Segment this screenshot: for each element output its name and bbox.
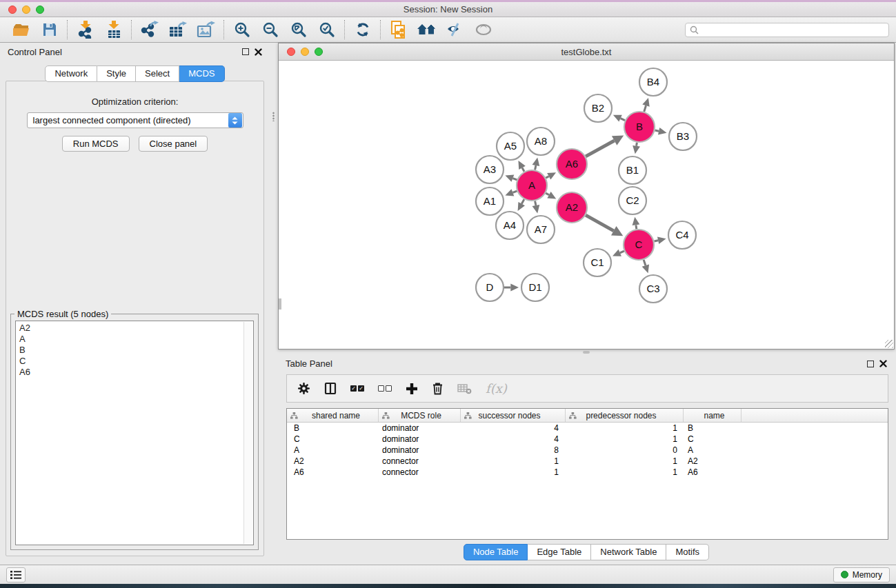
- tab-network[interactable]: Network: [45, 65, 97, 82]
- table-cell[interactable]: 1: [461, 467, 566, 477]
- export-image-button[interactable]: [192, 19, 220, 41]
- table-cell[interactable]: A: [287, 445, 379, 455]
- table-cell[interactable]: dominator: [379, 445, 461, 455]
- mcds-result-item[interactable]: A6: [19, 367, 253, 378]
- criterion-select[interactable]: largest connected component (directed): [27, 112, 243, 128]
- table-cell[interactable]: 1: [566, 423, 684, 433]
- table-cell[interactable]: A6: [684, 467, 741, 477]
- column-header-shared-name[interactable]: shared name: [287, 409, 379, 422]
- search-field[interactable]: [685, 23, 889, 37]
- graph-edge[interactable]: [644, 105, 646, 112]
- table-cell[interactable]: A2: [684, 456, 741, 466]
- mcds-result-item[interactable]: C: [19, 356, 253, 367]
- table-cell[interactable]: 8: [461, 445, 566, 455]
- table-cell[interactable]: dominator: [379, 423, 461, 433]
- horizontal-splitter[interactable]: [278, 349, 895, 355]
- table-cell[interactable]: 4: [461, 434, 566, 444]
- mcds-result-item[interactable]: B: [19, 345, 253, 356]
- close-panel-button[interactable]: Close panel: [139, 136, 208, 152]
- panel-splitter[interactable]: [270, 43, 278, 565]
- graph-edge[interactable]: [521, 199, 524, 204]
- column-header-predecessor-nodes[interactable]: predecessor nodes: [566, 409, 684, 422]
- tab-mcds[interactable]: MCDS: [179, 65, 224, 82]
- table-cell[interactable]: 1: [461, 456, 566, 466]
- close-panel-icon[interactable]: [255, 48, 262, 56]
- delete-table-button-disabled[interactable]: [457, 383, 472, 394]
- table-cell[interactable]: A: [684, 445, 741, 455]
- table-cell[interactable]: C: [287, 434, 379, 444]
- minimize-window-button[interactable]: [22, 6, 30, 14]
- select-all-button[interactable]: ✓ ✓: [350, 385, 364, 392]
- graph-edge[interactable]: [546, 193, 549, 195]
- zoom-in-button[interactable]: [228, 19, 256, 41]
- graph-edge[interactable]: [620, 251, 624, 253]
- table-row[interactable]: A2connector11A2: [287, 456, 888, 467]
- table-cell[interactable]: 1: [566, 467, 684, 477]
- table-row[interactable]: A6connector11A6: [287, 467, 888, 478]
- table-row[interactable]: Bdominator41B: [287, 423, 888, 434]
- table-cell[interactable]: 1: [566, 456, 684, 466]
- hide-graphics-details-button[interactable]: [441, 19, 469, 41]
- close-view-button[interactable]: [287, 48, 295, 56]
- table-cell[interactable]: connector: [379, 456, 461, 466]
- tab-node-table[interactable]: Node Table: [464, 544, 528, 560]
- create-network-view-button[interactable]: [384, 19, 412, 41]
- window-resize-grip[interactable]: [885, 340, 893, 348]
- delete-column-button[interactable]: [432, 382, 444, 395]
- table-cell[interactable]: C: [684, 434, 741, 444]
- table-cell[interactable]: A6: [287, 467, 379, 477]
- mcds-result-item[interactable]: A: [19, 334, 253, 345]
- zoom-selected-button[interactable]: [312, 19, 341, 41]
- float-panel-icon[interactable]: [867, 361, 874, 367]
- open-session-button[interactable]: [7, 19, 35, 41]
- table-cell[interactable]: B: [287, 423, 379, 433]
- graph-edge[interactable]: [621, 119, 625, 121]
- graph-edge[interactable]: [522, 168, 524, 171]
- show-column-button[interactable]: [324, 382, 337, 395]
- show-task-history-button[interactable]: [6, 567, 26, 582]
- column-header-MCDS-role[interactable]: MCDS role: [379, 409, 461, 422]
- import-network-button[interactable]: [71, 19, 99, 41]
- scrollbar-track[interactable]: [243, 322, 252, 544]
- table-cell[interactable]: 1: [566, 434, 684, 444]
- canvas-side-handle[interactable]: [279, 298, 281, 310]
- export-network-button[interactable]: [135, 19, 163, 41]
- graph-edge[interactable]: [512, 179, 517, 180]
- table-cell[interactable]: A2: [287, 456, 379, 466]
- export-table-button[interactable]: [163, 19, 192, 41]
- table-cell[interactable]: 0: [566, 445, 684, 455]
- tab-network-table[interactable]: Network Table: [591, 544, 666, 560]
- maximize-view-button[interactable]: [315, 48, 323, 56]
- tab-motifs[interactable]: Motifs: [666, 544, 709, 560]
- minimize-view-button[interactable]: [301, 48, 309, 56]
- graph-edge[interactable]: [655, 130, 659, 131]
- table-settings-button[interactable]: [297, 382, 310, 395]
- column-header-name[interactable]: name: [684, 409, 741, 422]
- graph-edge[interactable]: [586, 215, 614, 231]
- search-input[interactable]: [702, 25, 884, 34]
- refresh-view-button[interactable]: [348, 19, 377, 41]
- show-graphics-details-button[interactable]: [469, 19, 497, 41]
- tab-select[interactable]: Select: [136, 65, 179, 82]
- table-cell[interactable]: connector: [379, 467, 461, 477]
- table-row[interactable]: Adominator80A: [287, 445, 888, 456]
- column-header-successor-nodes[interactable]: successor nodes: [461, 409, 566, 422]
- graph-edge[interactable]: [535, 201, 536, 205]
- import-table-button[interactable]: [99, 19, 128, 41]
- show-home-panels-button[interactable]: [412, 19, 441, 41]
- close-panel-icon[interactable]: [879, 360, 887, 367]
- mcds-result-item[interactable]: A2: [19, 323, 253, 334]
- graph-edge[interactable]: [546, 176, 548, 178]
- deselect-all-button[interactable]: [378, 385, 392, 392]
- zoom-out-button[interactable]: [256, 19, 284, 41]
- table-cell[interactable]: dominator: [379, 434, 461, 444]
- graph-edge[interactable]: [654, 241, 658, 241]
- mcds-result-list[interactable]: A2ABCA6: [15, 321, 254, 545]
- save-session-button[interactable]: [35, 19, 63, 41]
- tab-style[interactable]: Style: [97, 65, 136, 82]
- graph-edge[interactable]: [586, 141, 615, 156]
- zoom-fit-button[interactable]: [284, 19, 312, 41]
- float-panel-icon[interactable]: [242, 48, 249, 55]
- function-builder-button-disabled[interactable]: f(x): [486, 381, 507, 396]
- run-mcds-button[interactable]: Run MCDS: [62, 136, 130, 152]
